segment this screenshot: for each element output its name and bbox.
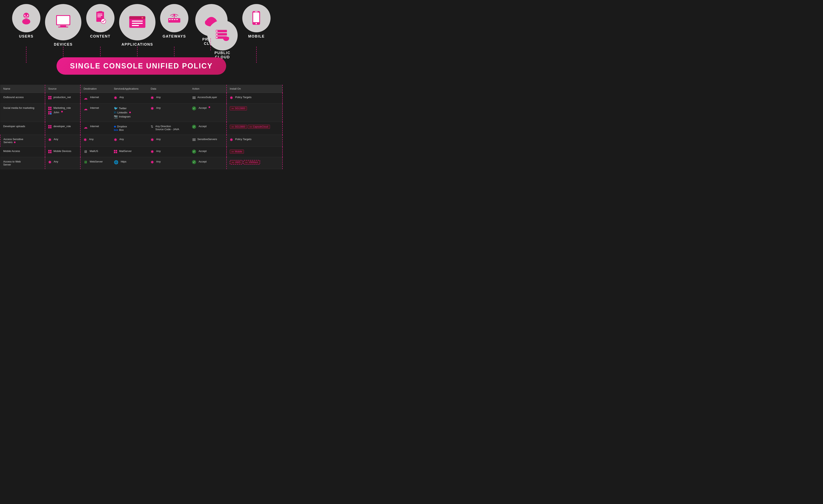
mobile-circle-group: MOBILE bbox=[242, 4, 271, 47]
pink-dot bbox=[14, 142, 16, 143]
dropbox-service: ◆ Dropbox bbox=[114, 125, 145, 128]
destination-cell: ☁ Internet bbox=[84, 96, 108, 101]
action-cell: ✓ Accept bbox=[192, 160, 223, 164]
row-data: ✱ Any bbox=[148, 147, 189, 157]
asterisk-icon: ✱ bbox=[151, 96, 154, 100]
svg-rect-8 bbox=[58, 27, 68, 27]
col-header-source: Source bbox=[45, 85, 80, 93]
row-destination: ✱ Any bbox=[80, 135, 111, 147]
data-cell: ⇅ Any DirectionSource Code - JAVA bbox=[151, 125, 186, 131]
server-badge: SG13800 bbox=[230, 106, 247, 111]
box-service: box Box bbox=[114, 128, 145, 131]
row-action: ✓ Accept bbox=[189, 104, 226, 122]
row-destination: ☁ Internet bbox=[80, 104, 111, 122]
data-cell: ✱ Any bbox=[151, 138, 186, 142]
row-destination: 🖥 WebServer bbox=[80, 157, 111, 169]
svg-point-2 bbox=[24, 15, 25, 16]
svg-rect-48 bbox=[192, 97, 196, 97]
destination-cell: 🖥 WebServer bbox=[84, 160, 108, 164]
twitter-service: 🐦 Twitter bbox=[114, 106, 145, 110]
row-action: ✓ Accept bbox=[189, 147, 226, 157]
users-circle-group: USERS bbox=[12, 4, 40, 47]
mobile-circle bbox=[242, 4, 271, 32]
svg-rect-21 bbox=[168, 18, 180, 23]
row-source: developer_role bbox=[45, 122, 80, 135]
svg-point-3 bbox=[27, 15, 28, 16]
svg-rect-37 bbox=[216, 34, 217, 35]
asterisk-icon: ✱ bbox=[114, 138, 117, 142]
source-cell: production_net bbox=[48, 96, 77, 99]
row-data: ✱ Any bbox=[148, 93, 189, 104]
row-service: 🌐 https bbox=[111, 157, 148, 169]
console-bar-bold: SINGLE CONSOLE bbox=[70, 62, 143, 70]
col-header-service: Service&Applications bbox=[111, 85, 148, 93]
svg-rect-36 bbox=[216, 30, 217, 32]
svg-rect-25 bbox=[176, 19, 178, 20]
row-data: ✱ Any bbox=[148, 104, 189, 122]
svg-rect-19 bbox=[132, 23, 143, 24]
svg-point-1 bbox=[22, 19, 30, 24]
globe-icon: 🌐 bbox=[114, 160, 118, 165]
layers-icon bbox=[192, 138, 196, 142]
app-container: USERS DEVICES bbox=[0, 0, 283, 169]
install-cell: ✱ Policy Targets bbox=[230, 96, 279, 100]
circles-row: USERS DEVICES bbox=[0, 0, 283, 47]
diagram-section: USERS DEVICES bbox=[0, 0, 283, 77]
grid-icon bbox=[48, 150, 51, 153]
service-cell: ✱ Any bbox=[114, 96, 145, 100]
instagram-icon: 📷 bbox=[114, 115, 118, 119]
table-row: Mobile Access Mobile Devices 🖥 MailUS bbox=[0, 147, 283, 157]
grid-icon bbox=[48, 125, 51, 128]
row-source: production_net bbox=[45, 93, 80, 104]
svg-rect-20 bbox=[132, 25, 139, 26]
source-cell: ✱ Any bbox=[48, 138, 77, 142]
users-circle bbox=[12, 4, 40, 32]
accept-icon: ✓ bbox=[192, 106, 196, 111]
row-name: Access SensitiveServers bbox=[0, 135, 45, 147]
asterisk-icon: ✱ bbox=[114, 96, 117, 100]
server-badge-aws: AWS bbox=[230, 160, 243, 165]
action-cell: AccessSubLayer bbox=[192, 96, 223, 100]
grid-icon bbox=[48, 96, 51, 99]
svg-point-44 bbox=[256, 23, 257, 24]
row-source: ✱ Any bbox=[45, 135, 80, 147]
devices-label: DEVICES bbox=[54, 42, 73, 47]
row-name: Mobile Access bbox=[0, 147, 45, 157]
svg-rect-12 bbox=[97, 17, 101, 17]
table-row: Access SensitiveServers ✱ Any ✱ Any bbox=[0, 135, 283, 147]
row-service: ✱ Any bbox=[111, 93, 148, 104]
asterisk-icon: ✱ bbox=[84, 138, 87, 142]
public-cloud-circle bbox=[207, 20, 238, 50]
console-bar-regular: UNIFIED POLICY bbox=[144, 62, 213, 70]
content-label: CONTENT bbox=[90, 34, 111, 38]
row-service: 🐦 Twitter in LinkedIn 📷 Instagram bbox=[111, 104, 148, 122]
col-header-install: Install On bbox=[226, 85, 283, 93]
cloud-dashed-line bbox=[210, 38, 211, 50]
svg-rect-7 bbox=[60, 25, 66, 27]
data-cell: ✱ Any bbox=[151, 106, 186, 111]
cloud-group: PRIVATECLOUD bbox=[193, 4, 238, 47]
server-badge-sg: SG13800 bbox=[230, 125, 247, 129]
devices-circle-group: DEVICES bbox=[45, 4, 81, 47]
grid-icon bbox=[48, 107, 51, 110]
col-header-data: Data bbox=[148, 85, 189, 93]
action-cell: ✓ Accept bbox=[192, 106, 223, 111]
table-header-row: Name Source Destination Service&Applicat… bbox=[0, 85, 283, 93]
users-dashed-line bbox=[26, 47, 26, 63]
svg-rect-43 bbox=[253, 12, 259, 22]
gateways-circle-group: GATEWAYS bbox=[160, 4, 188, 47]
destination-cell: ☁ Internet bbox=[84, 125, 108, 130]
monitor-green-icon: 🖥 bbox=[84, 160, 87, 164]
action-cell: ✓ Accept bbox=[192, 150, 223, 154]
row-install: ✱ Policy Targets bbox=[226, 93, 283, 104]
box-icon: box bbox=[114, 129, 118, 131]
content-circle-group: CONTENT bbox=[86, 4, 115, 47]
policy-table-area: Name Source Destination Service&Applicat… bbox=[0, 85, 283, 169]
monitor-icon: 🖥 bbox=[84, 150, 87, 154]
svg-rect-14 bbox=[98, 11, 102, 13]
asterisk-icon: ✱ bbox=[151, 160, 154, 165]
row-data: ✱ Any bbox=[148, 157, 189, 169]
destination-cell: ✱ Any bbox=[84, 138, 108, 142]
row-install: AWS VMWare bbox=[226, 157, 283, 169]
data-cell: ✱ Any bbox=[151, 150, 186, 154]
